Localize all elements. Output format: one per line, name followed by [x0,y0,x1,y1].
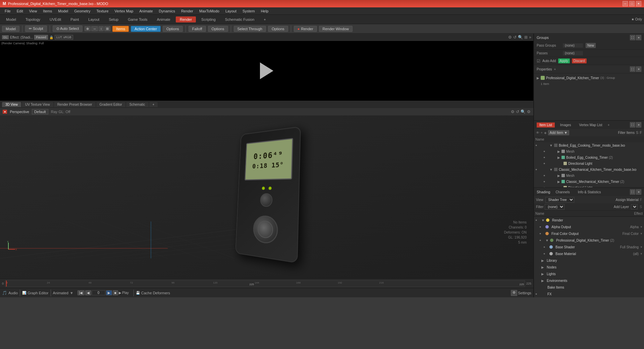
add-tab-icon[interactable]: + [608,123,610,127]
auto-select-btn[interactable]: ⊙ Auto Select [53,26,83,32]
tab-uv-texture[interactable]: UV Texture View [22,102,53,107]
viewport-search-icon[interactable]: 🔍 [521,109,526,114]
add-layer-btn[interactable]: Add Layer [614,205,629,209]
tab-schematic-fusion[interactable]: Schematic Fusion [221,16,258,22]
transform-btn-1[interactable]: ⊕ [85,26,91,31]
tab-paint[interactable]: Paint [66,16,83,22]
tab-add-view[interactable]: + [149,102,158,107]
menu-edit[interactable]: Edit [14,8,26,14]
tab-info-stats[interactable]: Info & Statistics [575,190,604,195]
menu-items[interactable]: Items [40,8,55,14]
list-item[interactable]: ● ▶ Mesh [542,148,644,154]
graph-editor-label[interactable]: Graph Editor [28,291,48,295]
minimize-button[interactable]: ─ [623,1,628,6]
menu-help[interactable]: Help [258,8,271,14]
menu-system[interactable]: System [240,8,258,14]
select-through-btn[interactable]: Select Through [234,26,266,32]
transform-btn-4[interactable]: ⊞ [104,26,110,31]
menu-texture[interactable]: Texture [94,8,111,14]
menu-model[interactable]: Model [55,8,71,14]
shader-base-shader-row[interactable]: ● Base Shader Full Shading ▼ [534,244,644,250]
preview-refresh-icon[interactable]: ↺ [513,35,517,40]
viewport-gear-icon[interactable]: ⚙ [527,109,531,114]
list-item[interactable]: ● ▶ Boiled_Egg_Cooking_Timer (2) [542,154,644,160]
shader-final-color-row[interactable]: ● Final Color Output Final Color ▼ [534,230,644,237]
shader-fx-row[interactable]: ● FX [534,291,644,297]
shader-expand-icon[interactable]: ⛶ [630,189,635,195]
transform-btn-3[interactable]: ↕ [99,26,104,31]
tab-add[interactable]: + [260,16,270,22]
add-layer-dropdown[interactable]: ▼ [631,204,638,209]
stop-btn[interactable]: ■ [113,290,118,295]
tab-setup[interactable]: Setup [105,16,122,22]
tab-topology[interactable]: Topology [21,16,44,22]
list-item[interactable]: ● Directional Light [542,160,644,166]
tab-gradient-editor[interactable]: Gradient Editor [96,102,125,107]
tab-uvedit[interactable]: UVEdit [46,16,65,22]
menu-geometry[interactable]: Geometry [71,8,93,14]
tab-model[interactable]: Model [2,16,20,22]
prev-keyframe-btn[interactable]: |◀ [77,290,85,295]
tab-game-tools[interactable]: Game Tools [124,16,152,22]
base-shader-dropdown[interactable]: ▼ [640,246,643,249]
properties-icon[interactable]: + [554,67,556,71]
play-btn[interactable]: ▶ [106,290,112,295]
tab-render[interactable]: Render [176,16,196,22]
shader-library-row[interactable]: ▶ Library [534,257,644,264]
transform-btn-2[interactable]: ↔ [91,26,98,31]
options-btn-2[interactable]: Options [208,26,228,32]
shader-base-material-row[interactable]: ● Base Material (all) ▼ [534,250,644,257]
list-item[interactable]: ● Directional Light [542,185,644,187]
animated-label[interactable]: Animated [53,291,68,295]
shader-alpha-row[interactable]: ● Alpha Output Alpha ▼ [534,223,644,230]
tab-shading[interactable]: Shading [537,190,550,194]
base-material-dropdown[interactable]: ▼ [640,252,643,255]
timeline-ruler[interactable]: 0 24 48 72 96 120 144 168 192 216 225 22… [5,280,525,287]
menu-layout[interactable]: Layout [223,8,239,14]
list-item[interactable]: ● ▶ Classic_Mechanical_Kitchen_Timer (2) [542,179,644,185]
preview-zoom-icon[interactable]: 🔍 [518,35,523,40]
menu-animate[interactable]: Animate [137,8,155,14]
action-center-btn[interactable]: Action Center [131,26,161,32]
items-btn[interactable]: Items [112,26,129,32]
play-button-large[interactable] [260,62,273,79]
tab-vertex-map-list[interactable]: Vertex Map List [577,122,605,128]
mode-model-btn[interactable]: Model [2,26,19,32]
tab-schematic[interactable]: Schematic [126,102,149,107]
cache-deformers-label[interactable]: Cache Deformers [141,291,170,295]
list-item[interactable]: ● ▼ Classic_Mechanical_Kitchen_Timer_mod… [534,166,644,172]
menu-file[interactable]: File [2,8,13,14]
options-btn-3[interactable]: Options [268,26,288,32]
list-item[interactable]: ● ▼ Boiled_Egg_Cooking_Timer_modo_base.l… [534,142,644,148]
viewport-settings-icon[interactable]: ⚙ [511,109,515,114]
menu-maxtomodo[interactable]: MaxToModo [197,8,222,14]
tab-images[interactable]: Images [557,122,574,128]
options-btn-1[interactable]: Options [163,26,183,32]
shader-lights-row[interactable]: ▶ Lights [534,270,644,277]
shader-environments-row[interactable]: ▶ Environments [534,277,644,284]
props-close-icon[interactable]: ✕ [636,66,641,72]
maximize-button[interactable]: □ [629,1,635,6]
falloff-btn[interactable]: Falloff [189,26,206,32]
frame-input[interactable] [92,290,105,295]
tab-render-preset[interactable]: Render Preset Browser [54,102,96,107]
view-dropdown[interactable]: Shader Tree [545,197,574,203]
shader-digital-group-row[interactable]: ● ▼ Professional_Digital_Kitchen_Timer (… [534,237,644,244]
item-list-close-icon[interactable]: ✕ [636,122,641,128]
menu-render[interactable]: Render [178,8,196,14]
render-window-btn[interactable]: Render Window [319,26,353,32]
alpha-dropdown[interactable]: ▼ [640,226,643,229]
assign-material-btn[interactable]: Assign Material [616,198,639,202]
render-btn[interactable]: ● Render [294,26,317,32]
menu-view[interactable]: View [26,8,40,14]
mode-sculpt-btn[interactable]: ✏ Sculpt [25,26,47,32]
discard-btn[interactable]: Discard [572,58,587,63]
tab-item-list[interactable]: Item List [537,122,555,128]
close-button[interactable]: ✕ [636,1,641,6]
viewport-canvas[interactable]: 0:06⁴⁹ 0:18 15° [0,115,533,279]
shader-nodes-row[interactable]: ▶ Nodes [534,264,644,270]
tab-channels[interactable]: Channels [553,190,572,195]
settings-label[interactable]: Settings [518,290,531,296]
shader-bake-items-row[interactable]: Bake Items [534,284,644,291]
viewport-refresh-icon[interactable]: ↺ [516,109,519,114]
